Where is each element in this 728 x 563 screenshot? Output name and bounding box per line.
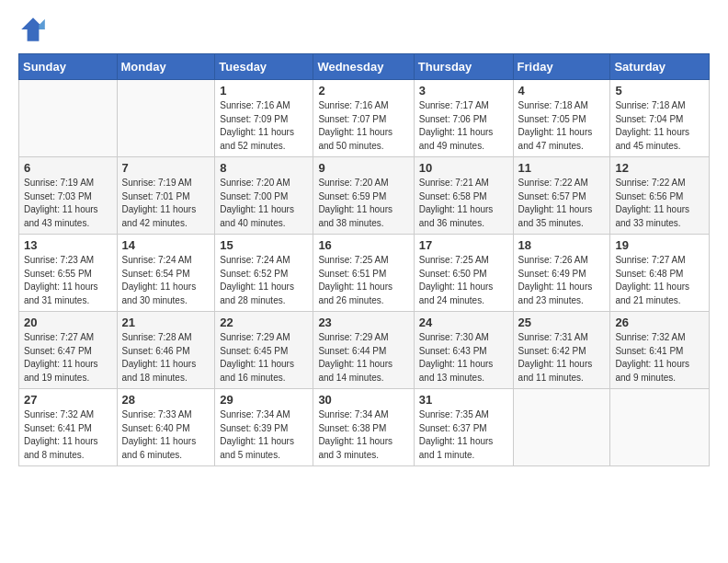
day-info: Sunrise: 7:31 AMSunset: 6:42 PMDaylight:… bbox=[518, 331, 606, 385]
calendar-cell: 4Sunrise: 7:18 AMSunset: 7:05 PMDaylight… bbox=[513, 80, 610, 157]
day-info: Sunrise: 7:27 AMSunset: 6:48 PMDaylight:… bbox=[615, 254, 704, 307]
calendar-cell: 11Sunrise: 7:22 AMSunset: 6:57 PMDayligh… bbox=[513, 157, 610, 235]
day-info: Sunrise: 7:29 AMSunset: 6:45 PMDaylight:… bbox=[220, 331, 308, 385]
day-number: 3 bbox=[419, 84, 508, 98]
calendar-cell bbox=[117, 80, 215, 157]
calendar-header-tuesday: Tuesday bbox=[215, 54, 313, 80]
calendar-week-5: 27Sunrise: 7:32 AMSunset: 6:41 PMDayligh… bbox=[19, 389, 710, 466]
day-info: Sunrise: 7:26 AMSunset: 6:49 PMDaylight:… bbox=[518, 254, 606, 307]
calendar-cell: 7Sunrise: 7:19 AMSunset: 7:01 PMDaylight… bbox=[117, 157, 215, 235]
day-info: Sunrise: 7:18 AMSunset: 7:04 PMDaylight:… bbox=[615, 99, 704, 153]
day-info: Sunrise: 7:34 AMSunset: 6:38 PMDaylight:… bbox=[318, 408, 408, 462]
day-number: 7 bbox=[122, 161, 210, 175]
calendar-week-4: 20Sunrise: 7:27 AMSunset: 6:47 PMDayligh… bbox=[19, 312, 710, 389]
calendar-table: SundayMondayTuesdayWednesdayThursdayFrid… bbox=[18, 53, 710, 466]
day-info: Sunrise: 7:20 AMSunset: 6:59 PMDaylight:… bbox=[318, 177, 408, 230]
day-info: Sunrise: 7:34 AMSunset: 6:39 PMDaylight:… bbox=[220, 408, 308, 462]
calendar-cell: 17Sunrise: 7:25 AMSunset: 6:50 PMDayligh… bbox=[414, 235, 513, 312]
day-info: Sunrise: 7:25 AMSunset: 6:51 PMDaylight:… bbox=[318, 254, 408, 307]
day-number: 22 bbox=[220, 316, 308, 329]
day-number: 19 bbox=[615, 238, 704, 252]
day-number: 15 bbox=[220, 238, 308, 252]
day-info: Sunrise: 7:22 AMSunset: 6:57 PMDaylight:… bbox=[518, 177, 606, 230]
calendar-cell: 29Sunrise: 7:34 AMSunset: 6:39 PMDayligh… bbox=[215, 389, 313, 466]
day-number: 9 bbox=[318, 161, 408, 175]
calendar-header-wednesday: Wednesday bbox=[313, 54, 414, 80]
day-info: Sunrise: 7:24 AMSunset: 6:54 PMDaylight:… bbox=[122, 254, 210, 307]
calendar-week-2: 6Sunrise: 7:19 AMSunset: 7:03 PMDaylight… bbox=[19, 157, 710, 235]
calendar-cell: 26Sunrise: 7:32 AMSunset: 6:41 PMDayligh… bbox=[610, 312, 710, 389]
day-info: Sunrise: 7:32 AMSunset: 6:41 PMDaylight:… bbox=[615, 331, 704, 385]
day-info: Sunrise: 7:19 AMSunset: 7:03 PMDaylight:… bbox=[24, 177, 112, 230]
calendar-cell: 1Sunrise: 7:16 AMSunset: 7:09 PMDaylight… bbox=[215, 80, 313, 157]
logo-icon bbox=[18, 15, 48, 44]
calendar-cell: 9Sunrise: 7:20 AMSunset: 6:59 PMDaylight… bbox=[313, 157, 414, 235]
calendar-cell: 23Sunrise: 7:29 AMSunset: 6:44 PMDayligh… bbox=[313, 312, 414, 389]
header bbox=[18, 15, 710, 44]
day-info: Sunrise: 7:18 AMSunset: 7:05 PMDaylight:… bbox=[518, 99, 606, 153]
logo bbox=[18, 15, 51, 44]
calendar-week-1: 1Sunrise: 7:16 AMSunset: 7:09 PMDaylight… bbox=[19, 80, 710, 157]
day-number: 20 bbox=[24, 316, 112, 329]
day-info: Sunrise: 7:28 AMSunset: 6:46 PMDaylight:… bbox=[122, 331, 210, 385]
day-number: 29 bbox=[220, 393, 308, 407]
calendar-cell: 12Sunrise: 7:22 AMSunset: 6:56 PMDayligh… bbox=[610, 157, 710, 235]
day-number: 25 bbox=[518, 316, 606, 329]
calendar-cell: 30Sunrise: 7:34 AMSunset: 6:38 PMDayligh… bbox=[313, 389, 414, 466]
day-info: Sunrise: 7:17 AMSunset: 7:06 PMDaylight:… bbox=[419, 99, 508, 153]
day-number: 13 bbox=[24, 238, 112, 252]
calendar-cell: 28Sunrise: 7:33 AMSunset: 6:40 PMDayligh… bbox=[117, 389, 215, 466]
day-number: 10 bbox=[419, 161, 508, 175]
calendar-cell: 22Sunrise: 7:29 AMSunset: 6:45 PMDayligh… bbox=[215, 312, 313, 389]
day-info: Sunrise: 7:21 AMSunset: 6:58 PMDaylight:… bbox=[419, 177, 508, 230]
day-number: 8 bbox=[220, 161, 308, 175]
calendar-header-monday: Monday bbox=[117, 54, 215, 80]
calendar-cell bbox=[513, 389, 610, 466]
calendar-cell: 21Sunrise: 7:28 AMSunset: 6:46 PMDayligh… bbox=[117, 312, 215, 389]
day-info: Sunrise: 7:22 AMSunset: 6:56 PMDaylight:… bbox=[615, 177, 704, 230]
day-info: Sunrise: 7:30 AMSunset: 6:43 PMDaylight:… bbox=[419, 331, 508, 385]
calendar-header-sunday: Sunday bbox=[19, 54, 118, 80]
day-number: 14 bbox=[122, 238, 210, 252]
day-number: 23 bbox=[318, 316, 408, 329]
calendar-header-thursday: Thursday bbox=[414, 54, 513, 80]
calendar-cell: 27Sunrise: 7:32 AMSunset: 6:41 PMDayligh… bbox=[19, 389, 118, 466]
calendar-cell: 15Sunrise: 7:24 AMSunset: 6:52 PMDayligh… bbox=[215, 235, 313, 312]
calendar-header-row: SundayMondayTuesdayWednesdayThursdayFrid… bbox=[19, 54, 710, 80]
day-info: Sunrise: 7:23 AMSunset: 6:55 PMDaylight:… bbox=[24, 254, 112, 307]
calendar-cell: 8Sunrise: 7:20 AMSunset: 7:00 PMDaylight… bbox=[215, 157, 313, 235]
calendar-cell bbox=[19, 80, 118, 157]
day-info: Sunrise: 7:35 AMSunset: 6:37 PMDaylight:… bbox=[419, 408, 508, 462]
calendar-cell: 14Sunrise: 7:24 AMSunset: 6:54 PMDayligh… bbox=[117, 235, 215, 312]
day-info: Sunrise: 7:16 AMSunset: 7:07 PMDaylight:… bbox=[318, 99, 408, 153]
day-number: 2 bbox=[318, 84, 408, 98]
day-info: Sunrise: 7:33 AMSunset: 6:40 PMDaylight:… bbox=[122, 408, 210, 462]
day-info: Sunrise: 7:24 AMSunset: 6:52 PMDaylight:… bbox=[220, 254, 308, 307]
calendar-week-3: 13Sunrise: 7:23 AMSunset: 6:55 PMDayligh… bbox=[19, 235, 710, 312]
calendar-cell bbox=[610, 389, 710, 466]
day-number: 26 bbox=[615, 316, 704, 329]
calendar-cell: 10Sunrise: 7:21 AMSunset: 6:58 PMDayligh… bbox=[414, 157, 513, 235]
day-number: 11 bbox=[518, 161, 606, 175]
day-number: 5 bbox=[615, 84, 704, 98]
day-info: Sunrise: 7:20 AMSunset: 7:00 PMDaylight:… bbox=[220, 177, 308, 230]
day-number: 12 bbox=[615, 161, 704, 175]
day-number: 6 bbox=[24, 161, 112, 175]
calendar-cell: 16Sunrise: 7:25 AMSunset: 6:51 PMDayligh… bbox=[313, 235, 414, 312]
day-info: Sunrise: 7:27 AMSunset: 6:47 PMDaylight:… bbox=[24, 331, 112, 385]
calendar-cell: 19Sunrise: 7:27 AMSunset: 6:48 PMDayligh… bbox=[610, 235, 710, 312]
page: SundayMondayTuesdayWednesdayThursdayFrid… bbox=[0, 0, 728, 485]
svg-marker-1 bbox=[39, 19, 44, 29]
calendar-cell: 25Sunrise: 7:31 AMSunset: 6:42 PMDayligh… bbox=[513, 312, 610, 389]
calendar-cell: 6Sunrise: 7:19 AMSunset: 7:03 PMDaylight… bbox=[19, 157, 118, 235]
day-number: 17 bbox=[419, 238, 508, 252]
calendar-cell: 13Sunrise: 7:23 AMSunset: 6:55 PMDayligh… bbox=[19, 235, 118, 312]
calendar-cell: 20Sunrise: 7:27 AMSunset: 6:47 PMDayligh… bbox=[19, 312, 118, 389]
day-info: Sunrise: 7:16 AMSunset: 7:09 PMDaylight:… bbox=[220, 99, 308, 153]
calendar-cell: 24Sunrise: 7:30 AMSunset: 6:43 PMDayligh… bbox=[414, 312, 513, 389]
day-info: Sunrise: 7:29 AMSunset: 6:44 PMDaylight:… bbox=[318, 331, 408, 385]
day-number: 27 bbox=[24, 393, 112, 407]
calendar-cell: 31Sunrise: 7:35 AMSunset: 6:37 PMDayligh… bbox=[414, 389, 513, 466]
day-number: 1 bbox=[220, 84, 308, 98]
day-number: 24 bbox=[419, 316, 508, 329]
